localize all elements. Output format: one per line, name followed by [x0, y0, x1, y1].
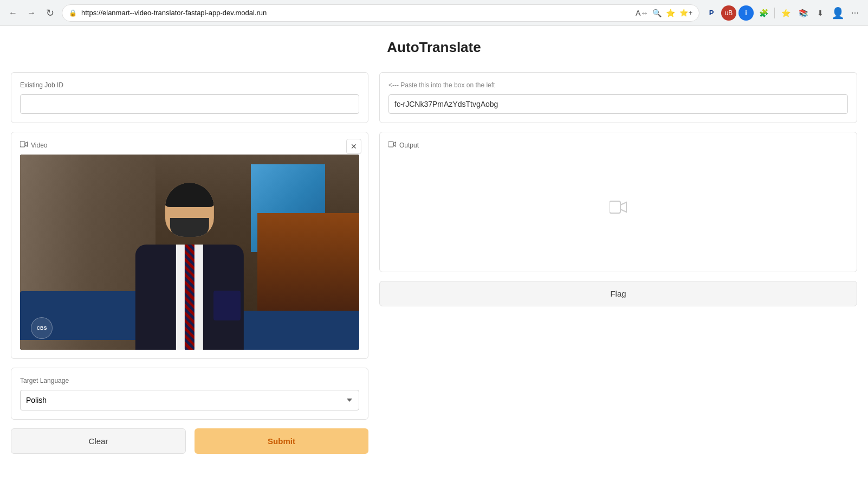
output-placeholder-icon — [610, 200, 627, 217]
favorites-bar-button[interactable]: ⭐ — [778, 5, 793, 21]
output-card: Output — [379, 132, 857, 272]
page-title: AutoTranslate — [11, 39, 857, 56]
profile-button[interactable]: 👤 — [830, 5, 845, 21]
downloads-button[interactable]: ⬇ — [813, 5, 828, 21]
toolbar-divider — [774, 8, 775, 18]
video-placeholder: CBS — [20, 155, 359, 350]
clear-button[interactable]: Clear — [11, 428, 186, 454]
video-label-text: Video — [31, 142, 47, 149]
reload-button[interactable]: ↻ — [42, 5, 57, 21]
video-label: Video — [20, 141, 359, 149]
url-input[interactable] — [81, 9, 631, 17]
person-figure — [96, 174, 283, 350]
add-favorites-icon: ⭐+ — [679, 9, 692, 17]
cbs-logo: CBS — [31, 317, 53, 339]
main-layout: Existing Job ID Video ✕ — [11, 72, 857, 454]
svg-rect-0 — [20, 142, 25, 147]
paste-hint: <--- Paste this into the box on the left — [388, 81, 848, 89]
paste-card: <--- Paste this into the box on the left — [379, 72, 857, 123]
video-container: CBS — [20, 155, 359, 350]
output-label-text: Output — [399, 142, 419, 149]
left-panel: Existing Job ID Video ✕ — [11, 72, 368, 454]
output-area — [388, 155, 848, 263]
target-language-select[interactable]: Polish Spanish French German Italian Jap… — [20, 390, 359, 410]
job-id-label: Existing Job ID — [20, 81, 359, 89]
back-button[interactable]: ← — [5, 5, 21, 21]
person-beard — [170, 218, 209, 237]
output-label: Output — [388, 141, 848, 149]
video-camera-icon — [20, 141, 28, 149]
browser-chrome: ← → ↻ 🔒 A↔ 🔍 ⭐ ⭐+ P uB i 🧩 ⭐ 📚 ⬇ 👤 ⋯ — [0, 0, 868, 26]
video-card: Video ✕ — [11, 132, 368, 359]
address-bar: 🔒 A↔ 🔍 ⭐ ⭐+ — [62, 4, 699, 22]
action-buttons: Clear Submit — [11, 428, 368, 454]
lock-icon: 🔒 — [69, 9, 77, 17]
translate-icon: A↔ — [636, 9, 648, 17]
collections-button[interactable]: 📚 — [795, 5, 811, 21]
job-id-input[interactable] — [20, 94, 359, 114]
search-icon: 🔍 — [652, 9, 662, 17]
page-content: AutoTranslate Existing Job ID Video — [0, 26, 868, 467]
extensions-button[interactable]: 🧩 — [756, 5, 771, 21]
target-language-card: Target Language Polish Spanish French Ge… — [11, 368, 368, 420]
target-language-label: Target Language — [20, 377, 359, 384]
job-id-card: Existing Job ID — [11, 72, 368, 123]
video-close-button[interactable]: ✕ — [346, 139, 361, 154]
forward-button[interactable]: → — [24, 5, 39, 21]
browser-right-icons: P uB i 🧩 ⭐ 📚 ⬇ 👤 ⋯ — [704, 5, 863, 21]
video-scene: CBS — [20, 155, 359, 350]
svg-rect-1 — [388, 142, 393, 147]
submit-button[interactable]: Submit — [195, 428, 368, 454]
person-tie — [185, 245, 195, 350]
person-head — [165, 183, 214, 237]
ublock-button[interactable]: uB — [721, 5, 736, 21]
right-panel: <--- Paste this into the box on the left… — [379, 72, 857, 306]
person-hair — [165, 183, 214, 207]
output-camera-icon — [388, 141, 396, 149]
bitwarden-button[interactable]: i — [739, 5, 754, 21]
coffee-mug — [213, 291, 241, 320]
svg-rect-2 — [610, 201, 620, 213]
favorites-icon: ⭐ — [666, 9, 675, 17]
browser-controls: ← → ↻ — [5, 5, 57, 21]
paste-value-input[interactable] — [388, 94, 848, 114]
settings-button[interactable]: ⋯ — [847, 5, 863, 21]
paypal-button[interactable]: P — [704, 5, 719, 21]
flag-button[interactable]: Flag — [379, 281, 857, 306]
